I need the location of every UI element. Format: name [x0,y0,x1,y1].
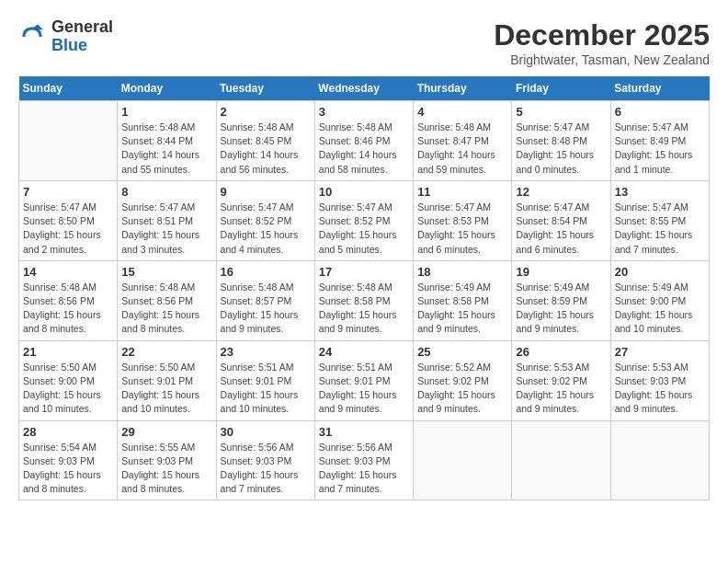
day-number: 5 [516,105,606,119]
day-number: 27 [615,345,705,359]
calendar-cell: 6Sunrise: 5:47 AM Sunset: 8:49 PM Daylig… [610,101,709,181]
logo-icon [18,23,46,51]
day-info: Sunrise: 5:48 AM Sunset: 8:46 PM Dayligh… [319,121,409,177]
day-number: 18 [417,265,507,279]
calendar-cell: 1Sunrise: 5:48 AM Sunset: 8:44 PM Daylig… [118,101,216,181]
calendar-cell: 25Sunrise: 5:52 AM Sunset: 9:02 PM Dayli… [414,340,512,420]
calendar-cell: 4Sunrise: 5:48 AM Sunset: 8:47 PM Daylig… [414,101,512,181]
day-info: Sunrise: 5:48 AM Sunset: 8:58 PM Dayligh… [319,281,409,337]
day-number: 30 [221,425,311,439]
day-info: Sunrise: 5:48 AM Sunset: 8:44 PM Dayligh… [121,121,211,177]
day-info: Sunrise: 5:47 AM Sunset: 8:50 PM Dayligh… [23,201,113,257]
calendar-week-row: 14Sunrise: 5:48 AM Sunset: 8:56 PM Dayli… [19,260,710,340]
day-info: Sunrise: 5:49 AM Sunset: 9:00 PM Dayligh… [615,281,705,337]
day-info: Sunrise: 5:56 AM Sunset: 9:03 PM Dayligh… [319,441,409,497]
day-number: 1 [121,105,211,119]
day-number: 15 [121,265,211,279]
calendar-cell [414,420,512,500]
calendar-cell: 19Sunrise: 5:49 AM Sunset: 8:59 PM Dayli… [512,260,610,340]
calendar-cell: 26Sunrise: 5:53 AM Sunset: 9:02 PM Dayli… [512,340,610,420]
logo-blue-text: Blue [51,36,87,54]
calendar-week-row: 7Sunrise: 5:47 AM Sunset: 8:50 PM Daylig… [19,180,710,260]
day-number: 22 [121,345,211,359]
day-info: Sunrise: 5:50 AM Sunset: 9:00 PM Dayligh… [23,361,113,417]
day-number: 10 [319,185,409,199]
day-info: Sunrise: 5:51 AM Sunset: 9:01 PM Dayligh… [221,361,311,417]
calendar-cell: 24Sunrise: 5:51 AM Sunset: 9:01 PM Dayli… [314,340,413,420]
day-number: 8 [121,185,211,199]
calendar-cell [610,420,709,500]
calendar-cell: 30Sunrise: 5:56 AM Sunset: 9:03 PM Dayli… [216,420,314,500]
day-number: 28 [23,425,113,439]
calendar-cell: 10Sunrise: 5:47 AM Sunset: 8:52 PM Dayli… [314,180,413,260]
calendar-cell: 7Sunrise: 5:47 AM Sunset: 8:50 PM Daylig… [19,180,118,260]
calendar-cell: 27Sunrise: 5:53 AM Sunset: 9:03 PM Dayli… [610,340,709,420]
calendar-cell: 23Sunrise: 5:51 AM Sunset: 9:01 PM Dayli… [216,340,314,420]
day-number: 17 [319,265,409,279]
day-number: 16 [221,265,311,279]
calendar-cell [19,101,118,181]
day-number: 21 [23,345,113,359]
day-info: Sunrise: 5:54 AM Sunset: 9:03 PM Dayligh… [23,441,113,497]
calendar-table: SundayMondayTuesdayWednesdayThursdayFrid… [18,76,710,500]
calendar-cell: 16Sunrise: 5:48 AM Sunset: 8:57 PM Dayli… [216,260,314,340]
weekday-header-thursday: Thursday [414,76,512,101]
calendar-cell: 29Sunrise: 5:55 AM Sunset: 9:03 PM Dayli… [118,420,216,500]
day-number: 4 [417,105,507,119]
day-number: 9 [221,185,311,199]
day-info: Sunrise: 5:48 AM Sunset: 8:47 PM Dayligh… [417,121,507,177]
day-number: 20 [615,265,705,279]
calendar-cell: 20Sunrise: 5:49 AM Sunset: 9:00 PM Dayli… [610,260,709,340]
day-info: Sunrise: 5:47 AM Sunset: 8:52 PM Dayligh… [319,201,409,257]
calendar-cell: 28Sunrise: 5:54 AM Sunset: 9:03 PM Dayli… [19,420,118,500]
day-info: Sunrise: 5:47 AM Sunset: 8:49 PM Dayligh… [615,121,705,177]
day-info: Sunrise: 5:48 AM Sunset: 8:57 PM Dayligh… [221,281,311,337]
weekday-header-monday: Monday [118,76,216,101]
day-number: 14 [23,265,113,279]
day-number: 7 [23,185,113,199]
day-info: Sunrise: 5:49 AM Sunset: 8:59 PM Dayligh… [516,281,606,337]
day-info: Sunrise: 5:47 AM Sunset: 8:52 PM Dayligh… [221,201,311,257]
weekday-header-sunday: Sunday [19,76,118,101]
calendar-cell: 17Sunrise: 5:48 AM Sunset: 8:58 PM Dayli… [314,260,413,340]
day-number: 29 [121,425,211,439]
month-title: December 2025 [494,18,710,52]
logo: General Blue [18,18,113,55]
calendar-cell: 31Sunrise: 5:56 AM Sunset: 9:03 PM Dayli… [314,420,413,500]
calendar-cell: 2Sunrise: 5:48 AM Sunset: 8:45 PM Daylig… [216,101,314,181]
calendar-cell: 8Sunrise: 5:47 AM Sunset: 8:51 PM Daylig… [118,180,216,260]
day-info: Sunrise: 5:47 AM Sunset: 8:55 PM Dayligh… [615,201,705,257]
day-info: Sunrise: 5:53 AM Sunset: 9:03 PM Dayligh… [615,361,705,417]
calendar-week-row: 28Sunrise: 5:54 AM Sunset: 9:03 PM Dayli… [19,420,710,500]
calendar-cell: 13Sunrise: 5:47 AM Sunset: 8:55 PM Dayli… [610,180,709,260]
day-number: 23 [221,345,311,359]
day-number: 31 [319,425,409,439]
day-number: 26 [516,345,606,359]
day-info: Sunrise: 5:48 AM Sunset: 8:56 PM Dayligh… [121,281,211,337]
day-info: Sunrise: 5:48 AM Sunset: 8:45 PM Dayligh… [221,121,311,177]
calendar-cell [512,420,610,500]
day-info: Sunrise: 5:51 AM Sunset: 9:01 PM Dayligh… [319,361,409,417]
day-number: 19 [516,265,606,279]
weekday-header-wednesday: Wednesday [314,76,413,101]
day-number: 6 [615,105,705,119]
day-number: 2 [221,105,311,119]
day-info: Sunrise: 5:53 AM Sunset: 9:02 PM Dayligh… [516,361,606,417]
calendar-cell: 18Sunrise: 5:49 AM Sunset: 8:58 PM Dayli… [414,260,512,340]
weekday-header-tuesday: Tuesday [216,76,314,101]
day-number: 11 [417,185,507,199]
day-info: Sunrise: 5:47 AM Sunset: 8:51 PM Dayligh… [121,201,211,257]
day-info: Sunrise: 5:50 AM Sunset: 9:01 PM Dayligh… [121,361,211,417]
calendar-cell: 11Sunrise: 5:47 AM Sunset: 8:53 PM Dayli… [414,180,512,260]
calendar-cell: 3Sunrise: 5:48 AM Sunset: 8:46 PM Daylig… [314,101,413,181]
location: Brightwater, Tasman, New Zealand [494,52,710,67]
page-header: General Blue December 2025 Brightwater, … [18,18,710,67]
calendar-cell: 5Sunrise: 5:47 AM Sunset: 8:48 PM Daylig… [512,101,610,181]
day-info: Sunrise: 5:52 AM Sunset: 9:02 PM Dayligh… [417,361,507,417]
day-info: Sunrise: 5:56 AM Sunset: 9:03 PM Dayligh… [221,441,311,497]
calendar-cell: 14Sunrise: 5:48 AM Sunset: 8:56 PM Dayli… [19,260,118,340]
day-number: 12 [516,185,606,199]
day-number: 25 [417,345,507,359]
day-number: 3 [319,105,409,119]
weekday-header-row: SundayMondayTuesdayWednesdayThursdayFrid… [19,76,710,101]
